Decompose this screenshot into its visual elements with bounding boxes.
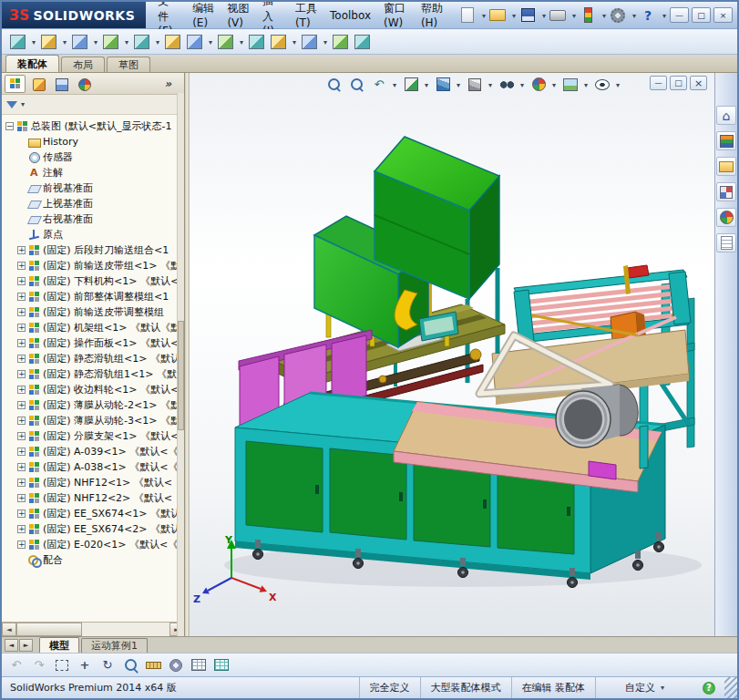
tree-item[interactable]: (固定) 前输送皮带调整模组 [2,304,184,320]
expander-icon[interactable] [17,494,26,502]
expander-icon[interactable] [17,339,26,347]
expander-icon[interactable] [17,293,26,301]
child-restore-button[interactable] [670,76,687,90]
tree-item[interactable]: (固定) E-020<1> 《默认<《默 [2,537,184,552]
new-document-icon[interactable] [457,6,477,25]
zoom-area-icon[interactable] [347,76,365,93]
tree-item[interactable]: 上视基准面 [2,196,184,211]
view-settings-icon[interactable] [593,76,611,93]
tree-item[interactable]: (固定) 操作面板<1> 《默认< [2,335,184,351]
resize-grip[interactable] [724,677,737,698]
reference-geometry-icon[interactable] [215,33,235,51]
graphics-area[interactable]: Y X Z [190,80,714,636]
scrollbar-track[interactable] [16,623,169,636]
command-tab[interactable]: 装配体 [5,55,59,72]
tree-item[interactable]: (固定) 收边料轮<1> 《默认< [2,382,184,397]
tree-item[interactable]: (固定) NHF12<2> 《默认<《默 [2,490,184,506]
close-button[interactable]: × [713,7,733,23]
tree-item[interactable]: (固定) A-038<1> 《默认<《默 [2,459,184,475]
tab-scroll-left-button[interactable]: ◄ [5,639,18,652]
expander-icon[interactable] [17,308,26,316]
expander-icon[interactable] [17,153,26,161]
expander-icon[interactable] [17,246,26,254]
expander-icon[interactable] [17,370,26,378]
child-close-button[interactable] [690,76,707,90]
expander-icon[interactable] [17,231,26,239]
rotate-view-icon[interactable] [98,656,118,674]
large-assembly-mode-icon[interactable] [352,33,372,51]
expander-icon[interactable] [17,510,26,518]
tree-item[interactable]: (固定) 薄膜从动轮-3<1> 《默 [2,413,184,428]
display-style-icon[interactable] [466,76,484,93]
custom-properties-icon[interactable] [716,233,736,252]
help-icon[interactable] [638,6,658,25]
expander-icon[interactable] [17,463,26,471]
menu-item[interactable]: 文件(F) [151,2,186,28]
tree-horizontal-scrollbar[interactable]: ◄ ► [2,622,184,636]
menu-item[interactable]: 工具(T) [289,2,323,28]
tree-item[interactable]: (固定) 分膜支架<1> 《默认< [2,428,184,444]
tree-item[interactable]: History [2,134,184,149]
tree-item[interactable]: (固定) 静态滑轨组<1> 《默认 [2,351,184,366]
table-icon[interactable] [189,656,209,674]
tree-item[interactable]: 原点 [2,227,184,242]
tree-item[interactable]: 传感器 [2,149,184,165]
expander-icon[interactable] [17,432,26,440]
menu-item[interactable]: 窗口(W) [377,2,415,28]
section-view-icon[interactable] [402,76,420,93]
rebuild-icon[interactable] [578,6,598,25]
tree-item[interactable]: 配合 [2,552,184,568]
tree-item[interactable]: (固定) EE_SX674<1> 《默认 [2,506,184,521]
tree-item[interactable]: 右视基准面 [2,211,184,227]
move-component-icon[interactable] [131,33,151,51]
expander-icon[interactable] [17,262,26,270]
menu-item[interactable]: 编辑(E) [186,2,221,28]
scrollbar-thumb[interactable] [178,321,184,429]
options-icon[interactable] [608,6,628,25]
expander-icon[interactable] [17,324,26,332]
tree-item[interactable]: 总装图 (默认<默认_显示状态-1 [2,118,184,134]
panel-tab[interactable] [5,75,26,93]
menu-item[interactable]: 视图(V) [221,2,256,28]
zoom-fit-icon[interactable] [324,76,343,93]
new-motion-study-icon[interactable] [246,33,266,51]
menu-item[interactable]: Toolbox [323,2,377,28]
hide-show-icon[interactable] [498,76,516,93]
show-hidden-components-icon[interactable] [162,33,182,51]
component-pattern-icon[interactable] [69,33,89,51]
print-icon[interactable] [548,6,568,25]
expander-icon[interactable] [17,479,26,487]
filter-caret-icon[interactable]: ▾ [21,100,25,108]
tree-item[interactable]: (固定) 下料机构<1> 《默认< [2,273,184,289]
document-tab[interactable]: 运动算例1 [81,638,148,653]
expander-icon[interactable] [17,277,26,285]
previous-view-icon[interactable] [370,76,388,93]
save-icon[interactable] [518,6,538,25]
panel-tab[interactable] [27,75,48,93]
child-minimize-button[interactable] [650,76,667,90]
panel-tab[interactable] [73,75,94,93]
tree-item[interactable]: (固定) 前输送皮带组<1> 《默认 [2,258,184,273]
maximize-button[interactable]: □ [692,7,711,23]
command-tab[interactable]: 草图 [107,57,150,72]
design-library-icon[interactable] [716,131,736,150]
menu-item[interactable]: 插入(I) [256,2,289,28]
expander-icon[interactable] [17,184,26,192]
expander-icon[interactable] [17,386,26,394]
insert-component-icon[interactable] [7,33,27,51]
expander-icon[interactable] [17,401,26,409]
tree-vertical-scrollbar[interactable] [177,93,184,636]
file-explorer-icon[interactable] [716,157,736,176]
appearances-icon[interactable] [716,208,736,227]
tree-item[interactable]: (固定) A-039<1> 《默认<《默 [2,444,184,459]
solidworks-resources-icon[interactable] [716,106,736,125]
tree-item[interactable]: (固定) 后段封刀输送组合<1 [2,242,184,258]
box-select-icon[interactable] [52,656,72,674]
tree-item[interactable]: (固定) EE_SX674<2> 《默认< [2,521,184,537]
smart-fasteners-icon[interactable] [100,33,120,51]
customize-status-button[interactable]: 自定义 ▾ [595,677,693,698]
edit-appearance-icon[interactable] [529,76,548,93]
open-icon[interactable] [488,6,508,25]
mass-properties-icon[interactable] [166,656,186,674]
navigate-forward-icon[interactable] [29,656,49,674]
